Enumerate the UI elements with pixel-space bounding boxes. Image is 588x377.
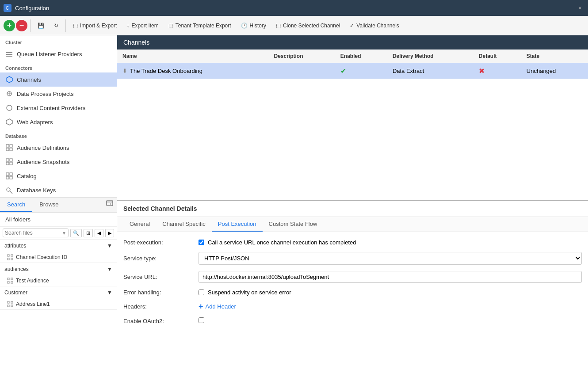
collapse-icon: ▼: [107, 266, 112, 272]
search-input-wrap: ▼: [3, 228, 69, 237]
svg-rect-33: [8, 282, 9, 283]
refresh-icon: ↻: [54, 23, 58, 29]
attributes-section: attributes ▼ Channel Execution ID: [0, 240, 117, 263]
svg-rect-2: [6, 52, 12, 53]
filter-button[interactable]: ⊞: [84, 229, 93, 237]
add-folder-icon[interactable]: +: [103, 198, 117, 212]
attr-channel-execution-id[interactable]: Channel Execution ID: [0, 252, 117, 263]
cell-state: Unchanged: [521, 63, 588, 79]
plus-icon: +: [199, 302, 203, 311]
enable-oauth2-label: Enable OAuth2:: [123, 318, 194, 324]
svg-rect-4: [6, 56, 12, 57]
sidebar-item-audience-snapshots[interactable]: Audience Snapshots: [0, 155, 117, 169]
default-x-icon: ✖: [479, 67, 485, 75]
all-folders-label[interactable]: All folders: [0, 213, 117, 227]
sidebar-item-data-process-projects[interactable]: Data Process Projects: [0, 87, 117, 101]
svg-rect-34: [11, 282, 13, 283]
attr-icon: [7, 301, 13, 307]
attr-test-audience[interactable]: Test Audience: [0, 275, 117, 286]
svg-rect-28: [11, 255, 13, 256]
post-execution-checkbox-row: Call a service URL once channel executio…: [199, 239, 582, 246]
prev-button[interactable]: ◀: [95, 229, 103, 237]
svg-rect-11: [6, 145, 9, 147]
add-button[interactable]: +: [4, 20, 15, 31]
channels-table-scroll: Name Description Enabled Delivery Method…: [117, 50, 588, 200]
divider-1: [30, 19, 31, 32]
svg-rect-32: [11, 278, 13, 280]
enable-oauth2-checkbox[interactable]: [199, 317, 204, 323]
tab-post-execution[interactable]: Post Execution: [212, 217, 263, 232]
history-icon: 🕐: [241, 23, 248, 29]
sidebar-item-catalog[interactable]: Catalog: [0, 169, 117, 183]
next-button[interactable]: ▶: [105, 229, 114, 237]
error-handling-control: Suspend activity on service error: [199, 289, 582, 296]
error-handling-checkbox-label: Suspend activity on service error: [208, 289, 291, 296]
audiences-header[interactable]: audiences ▼: [0, 263, 117, 275]
details-form: Post-execution: Call a service URL once …: [117, 232, 588, 338]
sidebar-item-queue-listener-providers[interactable]: Queue Listener Providers: [0, 47, 117, 61]
svg-marker-5: [6, 76, 12, 83]
attributes-header[interactable]: attributes ▼: [0, 240, 117, 252]
service-url-row: Service URL:: [123, 271, 582, 283]
toolbar: + − 💾 ↻ ⬚ Import & Export ↓ Export Item …: [0, 16, 588, 35]
svg-rect-38: [11, 305, 13, 307]
svg-text:C: C: [6, 6, 9, 11]
dropdown-icon[interactable]: ▼: [62, 231, 66, 236]
tenant-template-export-button[interactable]: ⬚ Tenant Template Export: [164, 21, 236, 30]
main-layout: Cluster Queue Listener Providers Connect…: [0, 35, 588, 377]
sidebar-item-audience-definitions[interactable]: Audience Definitions: [0, 141, 117, 155]
svg-rect-19: [6, 173, 9, 175]
attr-icon: [7, 254, 13, 260]
headers-label: Headers:: [123, 303, 194, 310]
details-title: Selected Channel Details: [117, 201, 588, 217]
search-icon-button[interactable]: 🔍: [70, 229, 82, 237]
error-handling-label: Error handling:: [123, 289, 194, 296]
clone-channel-button[interactable]: ⬚ Clone Selected Channel: [271, 21, 344, 30]
svg-rect-36: [11, 301, 13, 303]
add-header-button[interactable]: + Add Header: [199, 302, 236, 311]
search-input[interactable]: [5, 230, 62, 236]
service-type-label: Service type:: [123, 255, 194, 262]
tab-search[interactable]: Search: [0, 198, 32, 212]
cell-default: ✖: [473, 63, 521, 79]
service-type-select[interactable]: HTTP Post/JSON HTTP Get HTTP Put: [199, 252, 582, 265]
remove-button[interactable]: −: [16, 20, 27, 31]
table-row[interactable]: ⬇ The Trade Desk Onboarding ✔ Data Extra…: [117, 63, 588, 79]
export-icon: ↓: [126, 23, 129, 29]
export-item-button[interactable]: ↓ Export Item: [122, 21, 163, 30]
sidebar-item-channels[interactable]: Channels: [0, 72, 117, 87]
headers-control: + Add Header: [199, 302, 582, 311]
sidebar-item-database-keys[interactable]: Database Keys: [0, 183, 117, 197]
tab-browse[interactable]: Browse: [32, 198, 65, 212]
sidebar-section-database: Database: [0, 129, 117, 141]
error-handling-checkbox[interactable]: [199, 289, 204, 295]
tab-channel-specific[interactable]: Channel Specific: [156, 217, 212, 232]
col-default: Default: [473, 50, 521, 63]
sidebar-section-connectors: Connectors: [0, 61, 117, 72]
attr-address-line1[interactable]: Address Line1: [0, 299, 117, 309]
customer-header[interactable]: Customer ▼: [0, 286, 117, 299]
save-button[interactable]: 💾: [33, 21, 49, 30]
service-type-row: Service type: HTTP Post/JSON HTTP Get HT…: [123, 252, 582, 265]
tab-custom-state-flow[interactable]: Custom State Flow: [263, 217, 324, 232]
sidebar-item-web-adapters[interactable]: Web Adapters: [0, 115, 117, 129]
refresh-button[interactable]: ↻: [50, 21, 63, 30]
search-browse-tabs: Search Browse +: [0, 198, 117, 213]
validate-channels-button[interactable]: ✓ Validate Channels: [345, 21, 404, 30]
sidebar-item-external-content-providers[interactable]: External Content Providers: [0, 101, 117, 115]
import-export-button[interactable]: ⬚ Import & Export: [69, 21, 121, 30]
enable-oauth2-control: [199, 317, 582, 324]
service-url-input[interactable]: [199, 271, 582, 283]
col-state: State: [521, 50, 588, 63]
svg-rect-20: [10, 173, 12, 175]
audiences-section: audiences ▼ Test Audience: [0, 263, 117, 286]
history-button[interactable]: 🕐 History: [237, 21, 271, 30]
sidebar-section-cluster: Cluster: [0, 35, 117, 47]
channels-title: Channels: [117, 35, 588, 50]
close-icon[interactable]: ×: [576, 4, 584, 12]
tenant-export-icon: ⬚: [168, 23, 173, 29]
app-icon: C: [4, 4, 11, 12]
post-execution-checkbox[interactable]: [199, 240, 204, 245]
col-description: Description: [268, 50, 335, 63]
tab-general[interactable]: General: [123, 217, 156, 232]
